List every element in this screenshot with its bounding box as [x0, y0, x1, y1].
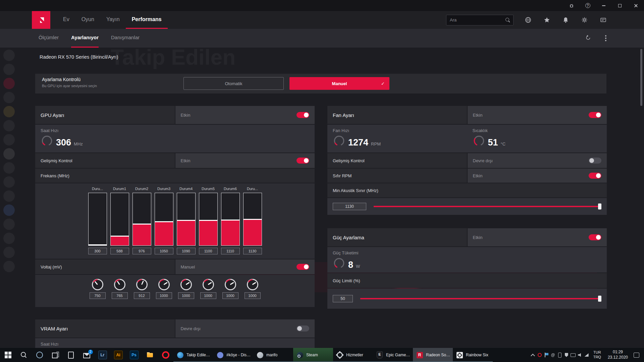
feedback-icon[interactable]	[600, 17, 606, 23]
tray-icon[interactable]	[543, 351, 550, 359]
tray-icon[interactable]	[563, 351, 570, 359]
globe-icon[interactable]	[525, 17, 531, 23]
taskbar-button[interactable]: 2	[79, 348, 95, 362]
nav-tab[interactable]: Ev	[57, 11, 75, 29]
frequency-slider[interactable]	[177, 193, 196, 246]
action-center-icon[interactable]	[631, 353, 641, 358]
manual-button[interactable]: Manuel ✓	[289, 77, 389, 90]
frequency-slider[interactable]	[88, 193, 107, 246]
taskbar-button[interactable]	[0, 348, 16, 362]
tray-icon[interactable]	[577, 351, 583, 359]
taskbar-button[interactable]	[63, 348, 79, 362]
taskbar-button[interactable]	[142, 348, 158, 362]
slider-handle[interactable]	[598, 296, 601, 302]
language-indicator[interactable]: TUR TRQ	[593, 350, 601, 360]
voltage-value-box[interactable]: 750	[90, 292, 106, 299]
gpu-advanced-toggle[interactable]	[297, 158, 309, 164]
frequency-value-box[interactable]: 300	[88, 248, 107, 254]
voltage-knob[interactable]	[136, 279, 148, 290]
power-limit-value-box[interactable]: 50	[333, 295, 353, 302]
taskbar-button[interactable]	[126, 348, 142, 362]
tray-icon[interactable]	[556, 351, 563, 359]
search-input[interactable]	[450, 17, 505, 22]
fan-tuning-toggle[interactable]	[589, 112, 601, 118]
taskbar-button[interactable]	[110, 348, 126, 362]
taskbar-button[interactable]	[158, 348, 173, 362]
voltage-manual-toggle[interactable]	[297, 264, 309, 270]
tray-icon[interactable]	[583, 351, 590, 359]
frequency-value-box[interactable]: 1050	[155, 248, 173, 254]
min-acoustic-slider[interactable]	[374, 203, 601, 209]
voltage-value-box[interactable]: 1000	[200, 292, 216, 299]
voltage-value-box[interactable]: 1000	[156, 292, 172, 299]
voltage-value-box[interactable]: 765	[112, 292, 128, 299]
slider-handle[interactable]	[598, 203, 601, 209]
voltage-knob[interactable]	[180, 279, 192, 290]
zero-rpm-toggle[interactable]	[589, 173, 601, 179]
frequency-slider[interactable]	[221, 193, 240, 246]
clock[interactable]: 01:29 23.12.2020	[608, 350, 628, 360]
tray-icon[interactable]	[530, 351, 536, 359]
voltage-knob[interactable]	[225, 279, 236, 290]
amd-logo[interactable]	[32, 11, 50, 29]
taskbar-button[interactable]: Radeon Soft...	[413, 348, 453, 362]
frequency-slider[interactable]	[155, 193, 173, 246]
voltage-knob[interactable]	[158, 279, 170, 290]
taskbar-button[interactable]: Takip Edilen -...	[173, 348, 213, 362]
frequency-value-box[interactable]: 1090	[177, 248, 196, 254]
nav-tab[interactable]: Oyun	[75, 11, 100, 29]
tray-icon[interactable]	[570, 351, 577, 359]
voltage-value-box[interactable]: 1000	[222, 292, 238, 299]
voltage-value-box[interactable]: 1000	[178, 292, 194, 299]
tray-icon[interactable]	[536, 351, 543, 359]
frequency-value-box[interactable]: 976	[132, 248, 151, 254]
min-acoustic-value-box[interactable]: 1130	[333, 203, 366, 210]
gear-icon[interactable]	[581, 17, 588, 23]
taskbar-button[interactable]: Hizmetler	[333, 348, 373, 362]
vram-tuning-toggle[interactable]	[297, 325, 309, 331]
taskbar-button[interactable]: marifo	[253, 348, 293, 362]
frequency-slider[interactable]	[199, 193, 218, 246]
taskbar-button[interactable]: #köşe - Disc...	[213, 348, 253, 362]
taskbar-button[interactable]	[47, 348, 63, 362]
close-button[interactable]	[628, 0, 644, 11]
automatic-button[interactable]: Otomatik	[183, 77, 284, 90]
power-limit-slider[interactable]	[360, 296, 601, 302]
fan-advanced-toggle[interactable]	[589, 158, 601, 164]
subnav-tab[interactable]: Ayarlanıyor	[71, 29, 99, 48]
nav-tab[interactable]: Yayın	[100, 11, 126, 29]
gpu-tuning-toggle[interactable]	[297, 112, 309, 118]
help-icon[interactable]: ?	[580, 0, 596, 11]
voltage-knob[interactable]	[203, 279, 214, 290]
subnav-tab[interactable]: Danışmanlar	[111, 29, 140, 48]
voltage-knob[interactable]	[247, 279, 258, 290]
maximize-button[interactable]	[612, 0, 628, 11]
frequency-value-box[interactable]: 1110	[221, 248, 240, 254]
frequency-value-box[interactable]: 1130	[243, 248, 262, 254]
bell-icon[interactable]	[562, 17, 569, 23]
frequency-value-box[interactable]: 1100	[199, 248, 218, 254]
voltage-knob[interactable]	[114, 279, 125, 290]
nav-tab[interactable]: Performans	[126, 11, 168, 29]
taskbar-button[interactable]	[32, 348, 47, 362]
bug-report-icon[interactable]	[564, 0, 580, 11]
frequency-slider[interactable]	[110, 193, 129, 246]
reset-icon[interactable]	[585, 35, 591, 42]
tray-icon[interactable]	[550, 351, 556, 359]
frequency-slider[interactable]	[243, 193, 262, 246]
taskbar-button[interactable]: Rainbow Six	[453, 348, 493, 362]
minimize-button[interactable]	[596, 0, 612, 11]
voltage-value-box[interactable]: 1000	[245, 292, 261, 299]
power-tuning-toggle[interactable]	[589, 234, 601, 240]
subnav-tab[interactable]: Ölçümler	[39, 29, 59, 48]
taskbar-button[interactable]: Steam	[293, 348, 333, 362]
frequency-value-box[interactable]: 588	[110, 248, 129, 254]
voltage-value-box[interactable]: 912	[134, 292, 150, 299]
taskbar-button[interactable]	[95, 348, 110, 362]
star-icon[interactable]	[543, 17, 550, 23]
taskbar-button[interactable]	[16, 348, 32, 362]
content-scrollbar[interactable]	[640, 49, 642, 106]
frequency-slider[interactable]	[132, 193, 151, 246]
taskbar-button[interactable]: Epic Games ...	[373, 348, 413, 362]
search-icon[interactable]	[505, 17, 511, 23]
